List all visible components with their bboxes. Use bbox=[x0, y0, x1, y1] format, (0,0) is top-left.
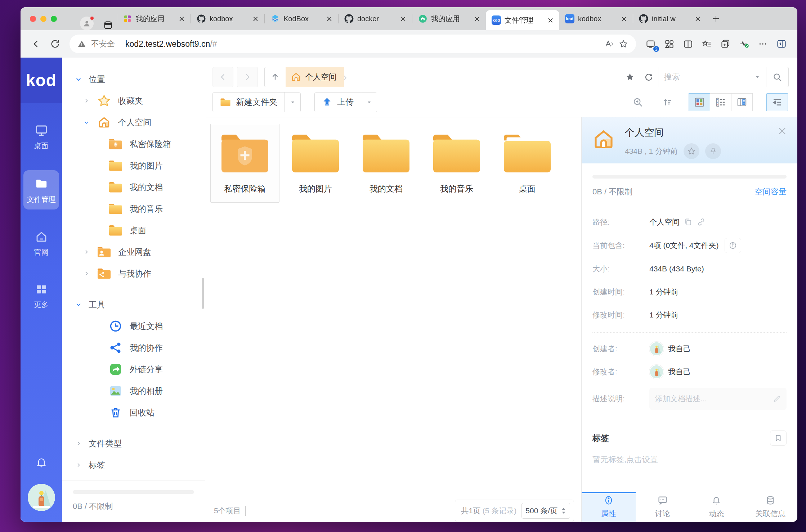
capacity-link[interactable]: 空间容量 bbox=[755, 186, 787, 197]
breadcrumb-item-personal-space[interactable]: 个人空间 bbox=[286, 67, 344, 87]
detail-view-button[interactable] bbox=[731, 93, 753, 111]
sidebar-item-file-manager[interactable]: 文件管理 bbox=[23, 170, 59, 209]
tree-section-file-types[interactable]: 文件类型 bbox=[62, 433, 205, 454]
security-label[interactable]: 不安全 bbox=[91, 39, 115, 49]
search-button[interactable] bbox=[766, 67, 788, 87]
new-folder-button[interactable]: 新建文件夹 bbox=[213, 93, 285, 112]
sidebar-item-website[interactable]: 官网 bbox=[23, 224, 59, 262]
browser-tab[interactable]: initial w bbox=[633, 7, 707, 30]
up-directory-button[interactable] bbox=[265, 67, 286, 87]
tree-item-external-links[interactable]: 外链分享 bbox=[62, 359, 205, 380]
grid-view-button[interactable] bbox=[689, 93, 710, 111]
favorite-button[interactable] bbox=[684, 143, 699, 159]
file-item-my-documents[interactable]: 我的文档 bbox=[351, 124, 421, 203]
collections-icon[interactable] bbox=[717, 36, 733, 52]
bookmark-icon[interactable] bbox=[770, 430, 787, 446]
url-text[interactable]: kod2.test2.websoft9.cn/# bbox=[125, 39, 599, 49]
refresh-button[interactable] bbox=[639, 67, 658, 87]
copy-icon[interactable] bbox=[684, 218, 693, 226]
tab-close-icon[interactable] bbox=[325, 15, 333, 23]
more-menu-icon[interactable] bbox=[755, 36, 771, 52]
tab-close-icon[interactable] bbox=[694, 15, 702, 23]
browser-essentials-icon[interactable] bbox=[736, 36, 752, 52]
tree-item-my-collaboration[interactable]: 我的协作 bbox=[62, 337, 205, 359]
tab-activity[interactable]: 动态 bbox=[690, 492, 744, 522]
tree-section-tags[interactable]: 标签 bbox=[62, 454, 205, 476]
history-back-button[interactable] bbox=[212, 67, 233, 87]
read-aloud-icon[interactable] bbox=[604, 39, 614, 49]
tree-item-private-safe[interactable]: 私密保险箱 bbox=[62, 133, 205, 155]
chevron-right-icon[interactable] bbox=[75, 441, 82, 446]
sort-icon[interactable] bbox=[659, 94, 675, 110]
tree-item-recent-docs[interactable]: 最近文档 bbox=[62, 315, 205, 337]
user-avatar[interactable] bbox=[28, 484, 55, 511]
browser-tab[interactable]: kodbox bbox=[191, 7, 264, 30]
tree-section-locations[interactable]: 位置 bbox=[62, 68, 205, 90]
tree-item-shared-with-me[interactable]: 与我协作 bbox=[62, 263, 205, 284]
favorites-bar-icon[interactable] bbox=[699, 36, 715, 52]
chevron-right-icon[interactable] bbox=[75, 462, 82, 468]
browser-profile-avatar[interactable] bbox=[80, 17, 94, 30]
detail-panel-toggle-button[interactable] bbox=[766, 93, 788, 111]
close-panel-icon[interactable] bbox=[776, 125, 789, 137]
tab-related-info[interactable]: 关联信息 bbox=[743, 492, 797, 522]
tab-close-icon[interactable] bbox=[620, 15, 628, 23]
favorite-star-icon[interactable] bbox=[619, 39, 628, 49]
search-box[interactable] bbox=[658, 67, 766, 87]
chevron-down-icon[interactable] bbox=[75, 301, 82, 308]
sidebar-item-more[interactable]: 更多 bbox=[23, 277, 59, 315]
upload-dropdown[interactable] bbox=[361, 93, 377, 112]
tree-scrollbar-thumb[interactable] bbox=[202, 278, 204, 309]
tab-discussion[interactable]: 讨论 bbox=[636, 492, 690, 522]
file-item-my-music[interactable]: 我的音乐 bbox=[422, 124, 491, 203]
zoom-in-icon[interactable] bbox=[630, 94, 646, 110]
notifications-bell-icon[interactable] bbox=[36, 456, 47, 468]
tab-close-icon[interactable] bbox=[251, 15, 259, 23]
browser-tab[interactable]: 我的应用 bbox=[412, 7, 486, 30]
chevron-down-icon[interactable] bbox=[83, 120, 90, 125]
file-item-private-safe[interactable]: 私密保险箱 bbox=[210, 124, 279, 203]
file-item-my-pictures[interactable]: 我的图片 bbox=[281, 124, 350, 203]
description-input[interactable]: 添加文档描述... bbox=[649, 388, 787, 410]
chevron-right-icon[interactable] bbox=[83, 249, 90, 255]
browser-tab[interactable]: docker bbox=[339, 7, 412, 30]
reload-button[interactable] bbox=[47, 36, 63, 52]
favorite-location-button[interactable] bbox=[621, 67, 639, 87]
browser-tasks-icon[interactable]: 3 bbox=[642, 36, 658, 52]
tree-section-tools[interactable]: 工具 bbox=[62, 294, 205, 315]
per-page-select[interactable]: 500 条/页 bbox=[521, 503, 570, 519]
tab-close-icon[interactable] bbox=[473, 15, 481, 23]
chevron-right-icon[interactable] bbox=[83, 271, 90, 276]
tree-item-favorites[interactable]: 收藏夹 bbox=[62, 90, 205, 112]
new-tab-button[interactable] bbox=[709, 12, 723, 26]
upload-button[interactable]: 上传 bbox=[315, 93, 361, 112]
browser-tab[interactable]: KodBox bbox=[265, 7, 338, 30]
sidebar-item-desktop[interactable]: 桌面 bbox=[23, 117, 59, 156]
tree-item-my-albums[interactable]: 我的相册 bbox=[62, 380, 205, 402]
chevron-right-icon[interactable] bbox=[83, 98, 90, 104]
tab-close-icon[interactable] bbox=[399, 15, 407, 23]
tab-overview-button[interactable] bbox=[103, 20, 113, 30]
new-folder-dropdown[interactable] bbox=[285, 93, 300, 112]
close-window-button[interactable] bbox=[30, 16, 36, 22]
tab-close-icon[interactable] bbox=[546, 16, 554, 24]
history-forward-button[interactable] bbox=[237, 67, 258, 87]
kod-logo[interactable]: kod bbox=[21, 58, 62, 103]
file-item-desktop[interactable]: 桌面 bbox=[493, 124, 562, 203]
url-bar[interactable]: 不安全 kod2.test2.websoft9.cn/# bbox=[70, 35, 636, 53]
pin-button[interactable] bbox=[705, 143, 721, 159]
tree-item-enterprise-disk[interactable]: 企业网盘 bbox=[62, 241, 205, 263]
minimize-window-button[interactable] bbox=[40, 16, 46, 22]
info-icon[interactable] bbox=[725, 238, 741, 253]
list-view-button[interactable] bbox=[710, 93, 731, 111]
tree-item-personal-space[interactable]: 个人空间 bbox=[62, 112, 205, 133]
tab-properties[interactable]: 属性 bbox=[582, 492, 636, 522]
tree-item-recycle-bin[interactable]: 回收站 bbox=[62, 402, 205, 423]
tree-item-my-pictures[interactable]: 我的图片 bbox=[62, 155, 205, 176]
search-input[interactable] bbox=[664, 72, 751, 82]
tree-item-desktop-folder[interactable]: 桌面 bbox=[62, 220, 205, 241]
tree-item-my-music[interactable]: 我的音乐 bbox=[62, 198, 205, 220]
sidebar-toggle-icon[interactable] bbox=[774, 36, 789, 52]
split-screen-icon[interactable] bbox=[680, 36, 696, 52]
tree-item-my-documents[interactable]: 我的文档 bbox=[62, 176, 205, 198]
